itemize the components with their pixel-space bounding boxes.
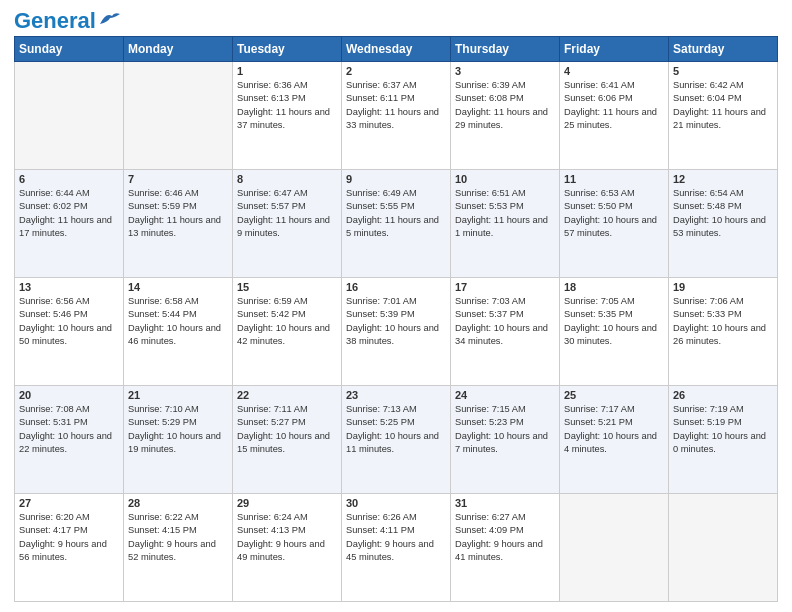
day-header-friday: Friday	[560, 37, 669, 62]
day-number: 2	[346, 65, 446, 77]
week-row: 27Sunrise: 6:20 AM Sunset: 4:17 PM Dayli…	[15, 494, 778, 602]
calendar-cell: 21Sunrise: 7:10 AM Sunset: 5:29 PM Dayli…	[124, 386, 233, 494]
week-row: 20Sunrise: 7:08 AM Sunset: 5:31 PM Dayli…	[15, 386, 778, 494]
day-number: 14	[128, 281, 228, 293]
calendar-cell: 15Sunrise: 6:59 AM Sunset: 5:42 PM Dayli…	[233, 278, 342, 386]
calendar-cell: 4Sunrise: 6:41 AM Sunset: 6:06 PM Daylig…	[560, 62, 669, 170]
calendar-cell: 7Sunrise: 6:46 AM Sunset: 5:59 PM Daylig…	[124, 170, 233, 278]
calendar-cell	[15, 62, 124, 170]
day-number: 6	[19, 173, 119, 185]
calendar-cell: 17Sunrise: 7:03 AM Sunset: 5:37 PM Dayli…	[451, 278, 560, 386]
calendar-cell: 29Sunrise: 6:24 AM Sunset: 4:13 PM Dayli…	[233, 494, 342, 602]
day-number: 5	[673, 65, 773, 77]
day-number: 18	[564, 281, 664, 293]
calendar-cell: 6Sunrise: 6:44 AM Sunset: 6:02 PM Daylig…	[15, 170, 124, 278]
calendar-cell	[124, 62, 233, 170]
day-number: 29	[237, 497, 337, 509]
calendar-cell: 19Sunrise: 7:06 AM Sunset: 5:33 PM Dayli…	[669, 278, 778, 386]
week-row: 13Sunrise: 6:56 AM Sunset: 5:46 PM Dayli…	[15, 278, 778, 386]
day-detail: Sunrise: 7:08 AM Sunset: 5:31 PM Dayligh…	[19, 403, 119, 457]
calendar-cell: 1Sunrise: 6:36 AM Sunset: 6:13 PM Daylig…	[233, 62, 342, 170]
day-number: 20	[19, 389, 119, 401]
day-detail: Sunrise: 7:19 AM Sunset: 5:19 PM Dayligh…	[673, 403, 773, 457]
day-detail: Sunrise: 6:36 AM Sunset: 6:13 PM Dayligh…	[237, 79, 337, 133]
week-row: 6Sunrise: 6:44 AM Sunset: 6:02 PM Daylig…	[15, 170, 778, 278]
day-detail: Sunrise: 6:39 AM Sunset: 6:08 PM Dayligh…	[455, 79, 555, 133]
calendar-cell: 22Sunrise: 7:11 AM Sunset: 5:27 PM Dayli…	[233, 386, 342, 494]
day-number: 26	[673, 389, 773, 401]
day-detail: Sunrise: 6:59 AM Sunset: 5:42 PM Dayligh…	[237, 295, 337, 349]
day-detail: Sunrise: 6:27 AM Sunset: 4:09 PM Dayligh…	[455, 511, 555, 565]
day-number: 12	[673, 173, 773, 185]
day-detail: Sunrise: 6:46 AM Sunset: 5:59 PM Dayligh…	[128, 187, 228, 241]
week-row: 1Sunrise: 6:36 AM Sunset: 6:13 PM Daylig…	[15, 62, 778, 170]
calendar-cell: 16Sunrise: 7:01 AM Sunset: 5:39 PM Dayli…	[342, 278, 451, 386]
day-number: 9	[346, 173, 446, 185]
day-header-tuesday: Tuesday	[233, 37, 342, 62]
logo-text: General	[14, 10, 96, 32]
day-header-wednesday: Wednesday	[342, 37, 451, 62]
day-number: 1	[237, 65, 337, 77]
logo: General	[14, 10, 120, 28]
day-header-sunday: Sunday	[15, 37, 124, 62]
logo-bird-icon	[98, 10, 120, 28]
calendar-cell: 28Sunrise: 6:22 AM Sunset: 4:15 PM Dayli…	[124, 494, 233, 602]
calendar-cell: 11Sunrise: 6:53 AM Sunset: 5:50 PM Dayli…	[560, 170, 669, 278]
day-number: 27	[19, 497, 119, 509]
day-detail: Sunrise: 7:05 AM Sunset: 5:35 PM Dayligh…	[564, 295, 664, 349]
header-row: SundayMondayTuesdayWednesdayThursdayFrid…	[15, 37, 778, 62]
day-detail: Sunrise: 7:13 AM Sunset: 5:25 PM Dayligh…	[346, 403, 446, 457]
calendar-cell: 26Sunrise: 7:19 AM Sunset: 5:19 PM Dayli…	[669, 386, 778, 494]
calendar-cell	[669, 494, 778, 602]
header: General	[14, 10, 778, 28]
day-number: 10	[455, 173, 555, 185]
calendar-cell: 25Sunrise: 7:17 AM Sunset: 5:21 PM Dayli…	[560, 386, 669, 494]
day-number: 7	[128, 173, 228, 185]
day-number: 16	[346, 281, 446, 293]
calendar-cell: 30Sunrise: 6:26 AM Sunset: 4:11 PM Dayli…	[342, 494, 451, 602]
day-detail: Sunrise: 6:42 AM Sunset: 6:04 PM Dayligh…	[673, 79, 773, 133]
day-detail: Sunrise: 7:06 AM Sunset: 5:33 PM Dayligh…	[673, 295, 773, 349]
calendar-cell: 18Sunrise: 7:05 AM Sunset: 5:35 PM Dayli…	[560, 278, 669, 386]
day-detail: Sunrise: 7:03 AM Sunset: 5:37 PM Dayligh…	[455, 295, 555, 349]
calendar-table: SundayMondayTuesdayWednesdayThursdayFrid…	[14, 36, 778, 602]
day-detail: Sunrise: 6:53 AM Sunset: 5:50 PM Dayligh…	[564, 187, 664, 241]
day-number: 8	[237, 173, 337, 185]
page: General SundayMondayTuesdayWednesdayThur…	[0, 0, 792, 612]
day-detail: Sunrise: 7:17 AM Sunset: 5:21 PM Dayligh…	[564, 403, 664, 457]
day-number: 25	[564, 389, 664, 401]
calendar-cell: 24Sunrise: 7:15 AM Sunset: 5:23 PM Dayli…	[451, 386, 560, 494]
calendar-cell: 23Sunrise: 7:13 AM Sunset: 5:25 PM Dayli…	[342, 386, 451, 494]
day-detail: Sunrise: 6:58 AM Sunset: 5:44 PM Dayligh…	[128, 295, 228, 349]
calendar-cell: 9Sunrise: 6:49 AM Sunset: 5:55 PM Daylig…	[342, 170, 451, 278]
day-number: 3	[455, 65, 555, 77]
day-header-saturday: Saturday	[669, 37, 778, 62]
day-header-monday: Monday	[124, 37, 233, 62]
calendar-cell: 13Sunrise: 6:56 AM Sunset: 5:46 PM Dayli…	[15, 278, 124, 386]
day-detail: Sunrise: 6:47 AM Sunset: 5:57 PM Dayligh…	[237, 187, 337, 241]
day-detail: Sunrise: 7:15 AM Sunset: 5:23 PM Dayligh…	[455, 403, 555, 457]
day-number: 23	[346, 389, 446, 401]
day-number: 22	[237, 389, 337, 401]
day-detail: Sunrise: 6:22 AM Sunset: 4:15 PM Dayligh…	[128, 511, 228, 565]
day-detail: Sunrise: 6:54 AM Sunset: 5:48 PM Dayligh…	[673, 187, 773, 241]
calendar-cell: 10Sunrise: 6:51 AM Sunset: 5:53 PM Dayli…	[451, 170, 560, 278]
day-number: 15	[237, 281, 337, 293]
day-detail: Sunrise: 6:26 AM Sunset: 4:11 PM Dayligh…	[346, 511, 446, 565]
day-number: 28	[128, 497, 228, 509]
day-number: 11	[564, 173, 664, 185]
day-detail: Sunrise: 6:51 AM Sunset: 5:53 PM Dayligh…	[455, 187, 555, 241]
day-number: 24	[455, 389, 555, 401]
day-number: 4	[564, 65, 664, 77]
calendar-cell: 8Sunrise: 6:47 AM Sunset: 5:57 PM Daylig…	[233, 170, 342, 278]
calendar-cell: 14Sunrise: 6:58 AM Sunset: 5:44 PM Dayli…	[124, 278, 233, 386]
day-detail: Sunrise: 6:56 AM Sunset: 5:46 PM Dayligh…	[19, 295, 119, 349]
day-number: 21	[128, 389, 228, 401]
calendar-cell: 12Sunrise: 6:54 AM Sunset: 5:48 PM Dayli…	[669, 170, 778, 278]
day-number: 31	[455, 497, 555, 509]
day-detail: Sunrise: 7:01 AM Sunset: 5:39 PM Dayligh…	[346, 295, 446, 349]
calendar-cell: 5Sunrise: 6:42 AM Sunset: 6:04 PM Daylig…	[669, 62, 778, 170]
day-detail: Sunrise: 7:10 AM Sunset: 5:29 PM Dayligh…	[128, 403, 228, 457]
calendar-cell: 2Sunrise: 6:37 AM Sunset: 6:11 PM Daylig…	[342, 62, 451, 170]
calendar-cell: 27Sunrise: 6:20 AM Sunset: 4:17 PM Dayli…	[15, 494, 124, 602]
